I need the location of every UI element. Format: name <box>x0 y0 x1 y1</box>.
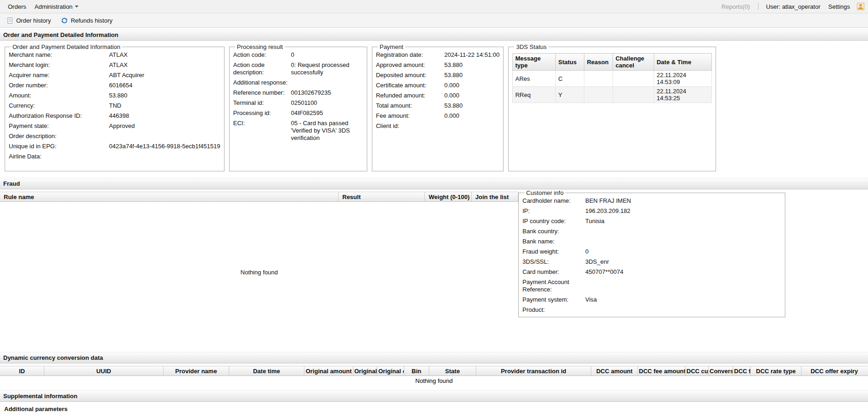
field-label: Currency: <box>9 102 109 109</box>
field-row: Card number:450707**0074 <box>522 268 781 276</box>
field-value: Approved <box>109 122 220 130</box>
cell-message-type: ARes <box>513 71 556 87</box>
menu-orders[interactable]: Orders <box>4 3 30 10</box>
fraud-col-join-list[interactable]: Join the list <box>472 192 518 201</box>
field-value <box>109 153 220 160</box>
field-label: Refunded amount: <box>376 92 444 99</box>
separator <box>758 3 759 10</box>
cell-reason <box>584 87 613 103</box>
field-label: Cardholder name: <box>522 197 585 205</box>
field-value: 446398 <box>109 112 220 120</box>
field-value: 450707**0074 <box>585 268 781 276</box>
dcc-col-dcc-amount[interactable]: DCC amount <box>591 366 638 376</box>
menu-administration[interactable]: Administration <box>30 3 83 10</box>
menu-settings[interactable]: Settings <box>824 3 854 10</box>
field-row: Approved amount:53.880 <box>376 61 500 69</box>
field-value <box>585 238 781 245</box>
field-value: 05 - Card has passed 'Verified by VISA' … <box>291 120 363 142</box>
cell-reason <box>584 71 613 87</box>
dcc-col-original-fee[interactable]: Original f <box>353 366 377 376</box>
chevron-down-icon <box>75 6 79 7</box>
field-label: Airline Data: <box>9 153 109 160</box>
field-row: Currency:TND <box>9 102 220 109</box>
field-label: Merchant login: <box>9 61 109 69</box>
dcc-col-dcc-rate-type[interactable]: DCC rate type <box>751 366 801 376</box>
order-info-fieldset: Order and Payment Detailed Information M… <box>5 43 225 171</box>
threeds-col-status[interactable]: Status <box>556 54 584 71</box>
dcc-col-provider-transaction-id[interactable]: Provider transaction id <box>476 366 591 376</box>
field-row: Order number:6016654 <box>9 82 220 89</box>
field-label: Terminal id: <box>233 99 291 107</box>
order-detail-panel: Order and Payment Detailed Information M… <box>0 41 868 171</box>
field-label: Order description: <box>9 133 109 140</box>
menu-reports[interactable]: Reports(0) <box>717 3 754 10</box>
field-label: Client id: <box>376 122 444 130</box>
threeds-col-date-time[interactable]: Date & Time <box>654 54 712 71</box>
field-row: Cardholder name:BEN FRAJ IMEN <box>522 197 781 205</box>
field-row: Fee amount:0.000 <box>376 112 500 120</box>
dcc-col-dcc-fee-amount[interactable]: DCC fee amount <box>638 366 686 376</box>
dcc-col-original-currency[interactable]: Original c <box>377 366 404 376</box>
field-value <box>291 79 363 86</box>
threeds-col-reason[interactable]: Reason <box>584 54 613 71</box>
field-label: Bank name: <box>522 238 585 245</box>
field-label: Unique id in EPG: <box>9 143 109 150</box>
dcc-col-date-time[interactable]: Date time <box>229 366 304 376</box>
field-label: IP: <box>522 207 585 215</box>
fraud-col-weight[interactable]: Weight (0-100) <box>425 192 472 201</box>
dcc-col-conversion[interactable]: Conversi <box>709 366 733 376</box>
field-label: Fee amount: <box>376 112 444 120</box>
field-value: ABT Acquirer <box>109 72 220 79</box>
field-label: Action code: <box>233 51 291 59</box>
dcc-col-id[interactable]: ID <box>0 366 44 376</box>
field-row: Unique id in EPG:0423a74f-4e13-4156-9918… <box>9 143 220 150</box>
page-title: Order and Payment Detailed Information <box>0 29 868 41</box>
table-row[interactable]: RReq Y 22.11.2024 14:53:25 <box>513 87 712 103</box>
dcc-col-provider-name[interactable]: Provider name <box>164 366 229 376</box>
field-value: 04IF082595 <box>291 109 363 117</box>
field-value <box>585 228 781 235</box>
cell-challenge-cancel <box>613 87 654 103</box>
threeds-col-challenge-cancel[interactable]: Challenge cancel <box>613 54 654 71</box>
table-row[interactable]: ARes C 22.11.2024 14:53:09 <box>513 71 712 87</box>
threeds-table: Message type Status Reason Challenge can… <box>512 53 712 103</box>
field-label: 3DS/SSL: <box>522 258 585 266</box>
dcc-table: ID UUID Provider name Date time Original… <box>0 366 868 386</box>
field-value: BEN FRAJ IMEN <box>585 197 781 205</box>
processing-result-fieldset: Processing result Action code:0 Action c… <box>229 43 367 171</box>
cell-date-time: 22.11.2024 14:53:25 <box>654 87 712 103</box>
refunds-history-button[interactable]: Refunds history <box>56 15 117 26</box>
threeds-col-message-type[interactable]: Message type <box>513 54 556 71</box>
document-icon <box>6 17 13 24</box>
field-row: Client id: <box>376 122 500 130</box>
field-row: Additional response: <box>233 79 363 86</box>
dcc-col-dcc-offer-expiry[interactable]: DCC offer expiry <box>801 366 867 376</box>
dcc-col-original-amount[interactable]: Original amount <box>304 366 353 376</box>
order-history-button[interactable]: Order history <box>2 15 55 26</box>
field-label: Reference number: <box>233 89 291 97</box>
dcc-col-dcc-fee[interactable]: DCC fee <box>733 366 751 376</box>
dcc-col-dcc-currency[interactable]: DCC curr <box>686 366 709 376</box>
dcc-col-state[interactable]: State <box>429 366 476 376</box>
payment-legend: Payment <box>378 43 405 50</box>
field-row: Fraud weight:0 <box>522 248 781 255</box>
field-label: Deposited amount: <box>376 72 444 79</box>
field-label: Additional response: <box>233 79 291 86</box>
refresh-arrows-icon <box>61 17 68 24</box>
fraud-col-rule-name[interactable]: Rule name <box>0 192 339 201</box>
user-icon <box>857 3 864 10</box>
fraud-section-label: Fraud <box>3 180 20 187</box>
fraud-col-result[interactable]: Result <box>339 192 425 201</box>
supplemental-section-header: Supplemental information <box>0 390 868 402</box>
field-row: Bank name: <box>522 238 781 245</box>
dcc-col-uuid[interactable]: UUID <box>44 366 164 376</box>
cell-message-type: RReq <box>513 87 556 103</box>
field-label: Approved amount: <box>376 61 444 69</box>
field-row: Payment state:Approved <box>9 122 220 130</box>
field-row: Airline Data: <box>9 153 220 160</box>
field-label: Processing id: <box>233 109 291 117</box>
field-row: 3DS/SSL:3DS_enr <box>522 258 781 266</box>
dcc-col-bin[interactable]: Bin <box>404 366 429 376</box>
field-label: ECI: <box>233 120 291 142</box>
field-value: Visa <box>585 296 781 303</box>
